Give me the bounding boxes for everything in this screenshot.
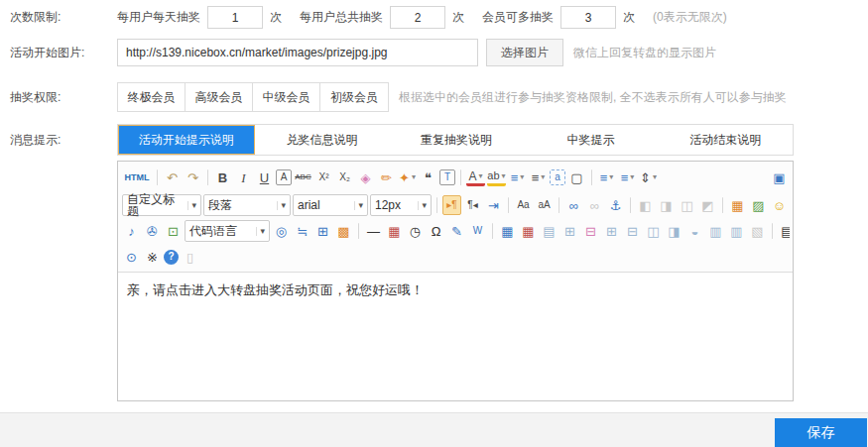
clear-doc-icon[interactable]: ▢ (567, 168, 586, 187)
image-url-input[interactable] (117, 39, 478, 66)
horizontal-rule-icon[interactable]: — (364, 221, 383, 241)
select-all-icon[interactable]: a (550, 169, 565, 185)
to-lowercase-icon[interactable]: aA (535, 195, 554, 215)
custom-style-select[interactable]: 自定义标题 (122, 194, 201, 216)
music-icon[interactable]: ♪ (122, 221, 141, 241)
row-draw-limit: 次数限制: 每用户每天抽奖 次 每用户总共抽奖 次 会员可多抽奖 次 (0表示无… (0, 6, 868, 29)
image-center-icon[interactable]: ◫ (678, 195, 696, 215)
emotion-icon[interactable]: ☺ (770, 195, 789, 215)
redo-icon[interactable]: ↷ (184, 168, 202, 187)
link-icon[interactable]: ∞ (564, 195, 583, 215)
row-start-image: 活动开始图片: 选择图片 微信上回复转盘的显示图片 (0, 39, 868, 66)
tab-redeem-info[interactable]: 兑奖信息说明 (255, 125, 390, 155)
italic-icon[interactable]: I (234, 168, 253, 187)
per-user-total-input[interactable] (390, 6, 445, 29)
insert-frame-icon[interactable]: ⊡ (164, 221, 183, 241)
preview-icon[interactable]: ⊙ (122, 247, 141, 267)
unlink-icon[interactable]: ∞ (585, 195, 604, 215)
tab-repeat-draw[interactable]: 重复抽奖说明 (389, 125, 524, 155)
time-icon[interactable]: ◷ (406, 221, 425, 241)
insert-table-icon[interactable]: ▦ (498, 221, 517, 241)
direction-rtl-icon[interactable]: ¶◂ (463, 195, 482, 215)
print-icon[interactable]: ▤ (778, 221, 790, 241)
bold-icon[interactable]: B (213, 168, 232, 187)
insert-code-icon[interactable]: ◎ (272, 221, 291, 241)
limit-hint: (0表示无限次) (653, 9, 727, 26)
table-caption-icon[interactable]: ▤ (540, 221, 558, 241)
toolbar-row-1: HTML↶↷BIUAABCX²X₂◈✏✦❝TAab≡≡a▢≡≡⇕▣ (121, 163, 790, 192)
anchor-icon[interactable]: ⚓ (606, 195, 625, 215)
word-image-icon[interactable]: W (468, 221, 487, 241)
row-spacing-top-icon[interactable]: ≡ (597, 168, 616, 187)
page-break-icon[interactable]: ≒ (293, 221, 311, 241)
delete-col-icon[interactable]: ⊟ (623, 221, 642, 241)
tab-win-tip[interactable]: 中奖提示 (524, 125, 659, 155)
delete-row-icon[interactable]: ⊟ (581, 221, 600, 241)
line-height-icon[interactable]: ⇕ (639, 168, 658, 187)
indent-icon[interactable]: ⇥ (484, 195, 503, 215)
clipboard-icon[interactable]: ▯ (181, 247, 199, 267)
merge-down-icon[interactable]: ◒ (685, 221, 704, 241)
underline-icon[interactable]: U (255, 168, 274, 187)
snapscreen-icon[interactable]: ✎ (447, 221, 466, 241)
lottery-settings-page: 次数限制: 每用户每天抽奖 次 每用户总共抽奖 次 会员可多抽奖 次 (0表示无… (0, 6, 868, 447)
format-brush-icon[interactable]: ✏ (377, 168, 396, 187)
split-rows-icon[interactable]: ▥ (706, 221, 725, 241)
save-button[interactable]: 保存 (775, 418, 867, 447)
upload-image-icon[interactable]: ▨ (749, 195, 768, 215)
insert-col-icon[interactable]: ⊞ (602, 221, 621, 241)
direction-ltr-icon[interactable]: ▸¶ (442, 195, 461, 215)
subscript-icon[interactable]: X₂ (335, 168, 354, 187)
image-none-icon[interactable]: ◧ (636, 195, 655, 215)
source-html-button[interactable]: HTML (122, 168, 152, 187)
start-image-label: 活动开始图片: (0, 45, 117, 61)
per-user-daily-input[interactable] (207, 6, 263, 29)
strikethrough-icon[interactable]: ABC (294, 168, 312, 187)
font-family-select[interactable]: arial (293, 194, 368, 216)
tab-activity-start-tip[interactable]: 活动开始提示说明 (118, 125, 255, 155)
row-draw-permission: 抽奖权限: 终极会员高级会员中级会员初级会员 根据选中的会员组进行参与抽奖资格限… (0, 82, 868, 112)
editor-content-area[interactable]: 亲，请点击进入大转盘抽奖活动页面，祝您好运哦！ (118, 273, 793, 400)
paragraph-select[interactable]: 段落 (203, 194, 291, 216)
ordered-list-icon[interactable]: ≡ (508, 168, 527, 187)
tab-activity-end[interactable]: 活动结束说明 (658, 125, 793, 155)
date-icon[interactable]: ▦ (385, 221, 404, 241)
member-option-senior[interactable]: 高级会员 (186, 83, 253, 111)
to-uppercase-icon[interactable]: Aa (514, 195, 533, 215)
font-border-icon[interactable]: A (276, 169, 292, 185)
background-icon[interactable]: ▩ (334, 221, 353, 241)
member-option-middle[interactable]: 中级会员 (253, 83, 320, 111)
image-left-icon[interactable]: ◨ (657, 195, 676, 215)
code-language-select[interactable]: 代码语言 (185, 220, 270, 242)
search-replace-icon[interactable]: ※ (143, 247, 162, 267)
attachment-icon[interactable]: ✇ (143, 221, 162, 241)
delete-table-icon[interactable]: ▦ (519, 221, 538, 241)
member-option-ultimate[interactable]: 终极会员 (118, 83, 186, 111)
font-color-icon[interactable]: A (466, 168, 485, 186)
split-cols-icon[interactable]: ▥ (727, 221, 746, 241)
undo-icon[interactable]: ↶ (163, 168, 182, 187)
fullscreen-icon[interactable]: ▣ (770, 168, 789, 187)
unordered-list-icon[interactable]: ≡ (529, 168, 548, 187)
insert-image-icon[interactable]: ▦ (728, 195, 747, 215)
help-icon[interactable]: ? (164, 250, 179, 265)
paste-text-icon[interactable]: T (439, 169, 455, 185)
highlight-color-icon[interactable]: ab (487, 168, 506, 186)
merge-right-icon[interactable]: ◨ (665, 221, 683, 241)
member-option-junior[interactable]: 初级会员 (320, 83, 388, 111)
draw-limit-label: 次数限制: (0, 9, 117, 26)
merge-cells-icon[interactable]: ◫ (644, 221, 663, 241)
row-spacing-bottom-icon[interactable]: ≡ (618, 168, 637, 187)
template-icon[interactable]: ⊞ (313, 221, 332, 241)
image-right-icon[interactable]: ◩ (698, 195, 717, 215)
superscript-icon[interactable]: X² (314, 168, 333, 187)
choose-image-button[interactable]: 选择图片 (486, 39, 563, 66)
chart-icon[interactable]: ▧ (748, 221, 767, 241)
eraser-icon[interactable]: ◈ (356, 168, 375, 187)
insert-row-icon[interactable]: ⊞ (560, 221, 579, 241)
member-extra-input[interactable] (560, 6, 616, 29)
special-char-icon[interactable]: Ω (427, 221, 445, 241)
blockquote-icon[interactable]: ❝ (419, 168, 437, 187)
auto-typeset-icon[interactable]: ✦ (398, 168, 417, 187)
font-size-select[interactable]: 12px (370, 194, 432, 216)
